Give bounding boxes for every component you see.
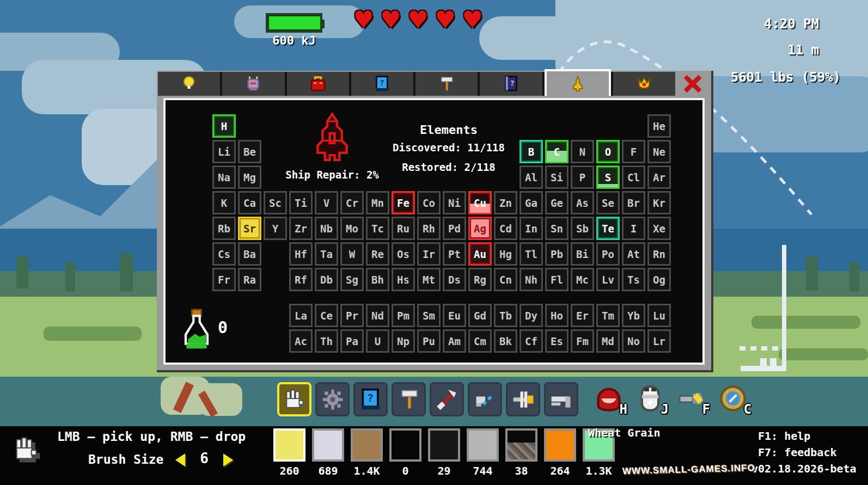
- tool-scythe[interactable]: [430, 382, 464, 416]
- element-Sg[interactable]: Sg: [340, 268, 364, 291]
- element-Th[interactable]: Th: [315, 329, 338, 353]
- element-K[interactable]: K: [212, 191, 236, 214]
- element-Mg[interactable]: Mg: [238, 165, 261, 189]
- element-Tl[interactable]: Tl: [519, 242, 543, 266]
- equipment-flashlight[interactable]: F: [676, 383, 707, 414]
- element-Lv[interactable]: Lv: [596, 268, 620, 291]
- element-Pr[interactable]: Pr: [340, 304, 364, 327]
- element-Cs[interactable]: Cs: [212, 242, 236, 266]
- element-Sn[interactable]: Sn: [545, 217, 569, 240]
- element-Hg[interactable]: Hg: [494, 242, 517, 266]
- inventory-slot-2[interactable]: [312, 428, 344, 462]
- element-Bh[interactable]: Bh: [366, 268, 389, 291]
- element-Pt[interactable]: Pt: [443, 242, 466, 266]
- element-Ca[interactable]: Ca: [238, 191, 261, 214]
- tool-blueprint[interactable]: ?: [353, 382, 388, 416]
- element-Co[interactable]: Co: [417, 191, 441, 214]
- element-Br[interactable]: Br: [622, 191, 645, 214]
- element-Bi[interactable]: Bi: [571, 242, 594, 266]
- tool-hand[interactable]: [277, 382, 311, 416]
- element-Cn[interactable]: Cn: [494, 268, 517, 291]
- element-Ir[interactable]: Ir: [417, 242, 441, 266]
- element-Hs[interactable]: Hs: [392, 268, 415, 291]
- element-Ho[interactable]: Ho: [545, 304, 569, 327]
- element-B[interactable]: B: [519, 140, 543, 163]
- element-Np[interactable]: Np: [392, 329, 415, 353]
- tab-scroll[interactable]: ?: [351, 72, 413, 96]
- element-Fl[interactable]: Fl: [545, 268, 569, 291]
- brush-decrease-button[interactable]: [175, 453, 185, 466]
- element-Tb[interactable]: Tb: [494, 304, 517, 327]
- element-Nh[interactable]: Nh: [519, 268, 543, 291]
- element-Mo[interactable]: Mo: [340, 217, 364, 240]
- element-Rh[interactable]: Rh: [417, 217, 441, 240]
- element-Og[interactable]: Og: [647, 268, 671, 291]
- element-Ga[interactable]: Ga: [519, 191, 543, 214]
- element-Os[interactable]: Os: [392, 242, 415, 266]
- element-Pd[interactable]: Pd: [443, 217, 466, 240]
- element-Mc[interactable]: Mc: [571, 268, 594, 291]
- element-Zn[interactable]: Zn: [494, 191, 517, 214]
- element-F[interactable]: F: [622, 140, 645, 163]
- element-Gd[interactable]: Gd: [468, 304, 492, 327]
- element-Po[interactable]: Po: [596, 242, 620, 266]
- element-Rb[interactable]: Rb: [212, 217, 236, 240]
- element-Eu[interactable]: Eu: [443, 304, 466, 327]
- inventory-slot-8[interactable]: [544, 428, 576, 462]
- element-Ru[interactable]: Ru: [392, 217, 415, 240]
- tab-ship-gold[interactable]: [545, 69, 611, 96]
- element-Bk[interactable]: Bk: [494, 329, 517, 353]
- element-Pa[interactable]: Pa: [340, 329, 364, 353]
- element-H[interactable]: H: [212, 114, 236, 138]
- element-Ar[interactable]: Ar: [647, 165, 671, 189]
- element-Ni[interactable]: Ni: [443, 191, 466, 214]
- element-Am[interactable]: Am: [443, 329, 466, 353]
- element-Cl[interactable]: Cl: [622, 165, 645, 189]
- element-Pu[interactable]: Pu: [417, 329, 441, 353]
- element-Zr[interactable]: Zr: [289, 217, 313, 240]
- element-Dy[interactable]: Dy: [519, 304, 543, 327]
- element-Li[interactable]: Li: [212, 140, 236, 163]
- tab-hammer[interactable]: [415, 72, 478, 96]
- equipment-helmet[interactable]: H: [594, 383, 624, 414]
- element-W[interactable]: W: [340, 242, 364, 266]
- element-Cu[interactable]: Cu: [468, 191, 492, 214]
- inventory-slot-5[interactable]: [428, 428, 460, 462]
- element-Ce[interactable]: Ce: [315, 304, 338, 327]
- equipment-compass[interactable]: C: [718, 383, 748, 414]
- tab-crown[interactable]: [613, 72, 675, 96]
- element-He[interactable]: He: [647, 114, 671, 138]
- element-Na[interactable]: Na: [212, 165, 236, 189]
- element-Al[interactable]: Al: [519, 165, 543, 189]
- tab-book[interactable]: ?: [480, 72, 542, 96]
- element-U[interactable]: U: [366, 329, 389, 353]
- element-Nb[interactable]: Nb: [315, 217, 338, 240]
- element-At[interactable]: At: [622, 242, 645, 266]
- element-Cm[interactable]: Cm: [468, 329, 492, 353]
- element-As[interactable]: As: [571, 191, 594, 214]
- element-C[interactable]: C: [545, 140, 569, 163]
- element-Se[interactable]: Se: [596, 191, 620, 214]
- element-N[interactable]: N: [571, 140, 594, 163]
- element-Tc[interactable]: Tc: [366, 217, 389, 240]
- element-Ne[interactable]: Ne: [647, 140, 671, 163]
- element-Lr[interactable]: Lr: [647, 329, 671, 353]
- element-Ta[interactable]: Ta: [315, 242, 338, 266]
- element-V[interactable]: V: [315, 191, 338, 214]
- element-I[interactable]: I: [622, 217, 645, 240]
- element-S[interactable]: S: [596, 165, 620, 189]
- element-Nd[interactable]: Nd: [366, 304, 389, 327]
- inventory-slot-4[interactable]: [389, 428, 421, 462]
- element-Cr[interactable]: Cr: [340, 191, 364, 214]
- element-Ts[interactable]: Ts: [622, 268, 645, 291]
- element-Es[interactable]: Es: [545, 329, 569, 353]
- inventory-slot-6[interactable]: [467, 428, 499, 462]
- element-Lu[interactable]: Lu: [647, 304, 671, 327]
- element-In[interactable]: In: [519, 217, 543, 240]
- element-Au[interactable]: Au: [468, 242, 492, 266]
- element-P[interactable]: P: [571, 165, 594, 189]
- tool-mallet[interactable]: [392, 382, 426, 416]
- inventory-slot-1[interactable]: [273, 428, 305, 462]
- close-button[interactable]: [677, 73, 708, 95]
- inventory-slot-3[interactable]: [351, 428, 383, 462]
